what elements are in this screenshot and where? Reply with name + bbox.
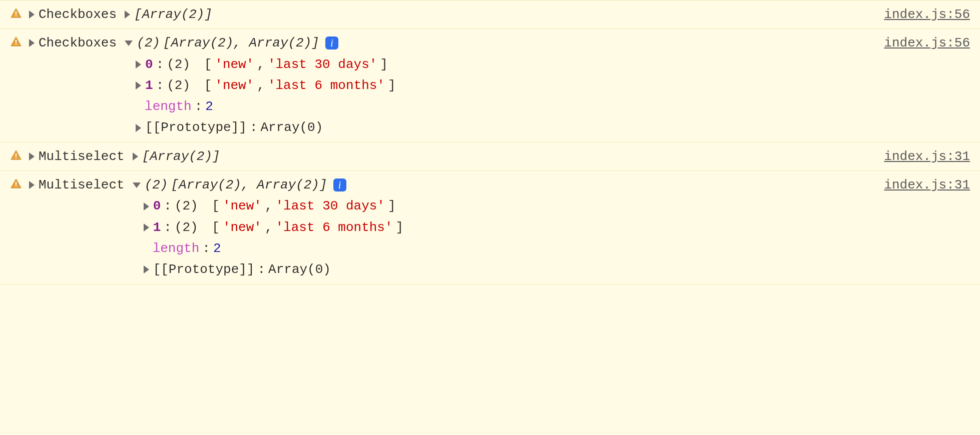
array-count: (2) xyxy=(145,175,168,195)
svg-rect-1 xyxy=(16,16,17,16)
value-block: [Array(2)] xyxy=(133,146,220,166)
warning-icon xyxy=(10,8,22,20)
item-count: (2) xyxy=(167,54,190,74)
length-value: 2 xyxy=(213,238,221,258)
chevron-right-icon[interactable] xyxy=(136,124,141,132)
length-property: length: 2 xyxy=(144,238,404,258)
svg-rect-2 xyxy=(16,40,17,43)
message-body: Checkboxes [Array(2)] xyxy=(29,4,857,24)
colon: : xyxy=(195,96,203,116)
bracket-open: [ xyxy=(212,218,220,238)
object-header[interactable]: (2) [Array(2), Array(2)] i xyxy=(133,175,346,195)
message-body: Multiselect [Array(2)] xyxy=(29,146,857,166)
label-text: Multiselect xyxy=(39,175,125,195)
chevron-right-icon[interactable] xyxy=(136,60,141,68)
string-value: 'new' xyxy=(223,218,262,238)
prototype-property[interactable]: [[Prototype]]: Array(0) xyxy=(144,260,404,280)
object-label[interactable]: Multiselect xyxy=(29,175,125,195)
bracket-close: ] xyxy=(396,218,404,238)
prototype-property[interactable]: [[Prototype]]: Array(0) xyxy=(136,118,396,138)
string-value: 'new' xyxy=(223,196,262,216)
label-text: Checkboxes xyxy=(39,4,117,24)
object-header[interactable]: (2) [Array(2), Array(2)] i xyxy=(125,33,338,53)
array-item[interactable]: 0: (2) ['new', 'last 30 days'] xyxy=(144,196,404,216)
array-preview: [Array(2), Array(2)] xyxy=(171,175,327,195)
prototype-key: [[Prototype]] xyxy=(145,118,247,138)
chevron-right-icon[interactable] xyxy=(125,10,130,18)
source-link[interactable]: index.js:56 xyxy=(864,4,970,24)
object-header[interactable]: [Array(2)] xyxy=(133,146,220,166)
length-property: length: 2 xyxy=(136,96,396,116)
info-icon[interactable]: i xyxy=(333,178,346,192)
bracket-close: ] xyxy=(388,196,396,216)
chevron-right-icon[interactable] xyxy=(29,10,35,18)
value-block: (2) [Array(2), Array(2)] i 0: (2) ['new'… xyxy=(125,33,396,138)
string-value: 'new' xyxy=(215,76,254,96)
item-index: 0 xyxy=(145,54,153,74)
array-preview: [Array(2)] xyxy=(142,146,220,166)
console-warning-row: Multiselect [Array(2)] index.js:31 xyxy=(0,142,980,171)
chevron-down-icon[interactable] xyxy=(133,182,141,188)
chevron-right-icon[interactable] xyxy=(144,224,149,232)
item-count: (2) xyxy=(167,76,190,96)
string-value: 'last 30 days' xyxy=(276,196,385,216)
array-item[interactable]: 0: (2) ['new', 'last 30 days'] xyxy=(136,54,396,74)
array-item[interactable]: 1: (2) ['new', 'last 6 months'] xyxy=(144,218,404,238)
separator: , xyxy=(257,54,265,74)
prototype-value: Array(0) xyxy=(260,118,323,138)
colon: : xyxy=(257,260,265,280)
colon: : xyxy=(250,118,258,138)
svg-rect-3 xyxy=(16,44,17,45)
object-label[interactable]: Multiselect xyxy=(29,146,125,166)
message-body: Multiselect (2) [Array(2), Array(2)] i 0… xyxy=(29,175,857,280)
warning-icon xyxy=(10,150,22,162)
item-index: 1 xyxy=(153,218,161,238)
colon: : xyxy=(156,54,164,74)
label-text: Multiselect xyxy=(39,146,125,166)
chevron-right-icon[interactable] xyxy=(144,266,149,274)
chevron-right-icon[interactable] xyxy=(144,202,149,210)
info-icon[interactable]: i xyxy=(325,36,338,50)
svg-rect-5 xyxy=(16,157,17,158)
label-text: Checkboxes xyxy=(39,33,117,53)
svg-rect-7 xyxy=(16,186,17,187)
console-warning-row: Checkboxes [Array(2)] index.js:56 xyxy=(0,0,980,29)
array-item[interactable]: 1: (2) ['new', 'last 6 months'] xyxy=(136,76,396,96)
source-link[interactable]: index.js:31 xyxy=(864,175,970,195)
chevron-right-icon[interactable] xyxy=(133,152,138,160)
item-count: (2) xyxy=(175,218,198,238)
chevron-right-icon[interactable] xyxy=(29,39,35,47)
bracket-close: ] xyxy=(388,76,396,96)
chevron-right-icon[interactable] xyxy=(29,152,35,160)
console-warning-row: Multiselect (2) [Array(2), Array(2)] i 0… xyxy=(0,171,980,284)
object-children: 0: (2) ['new', 'last 30 days'] 1: (2) ['… xyxy=(133,196,404,280)
item-index: 1 xyxy=(145,76,153,96)
object-header[interactable]: [Array(2)] xyxy=(125,4,212,24)
source-link[interactable]: index.js:56 xyxy=(864,33,970,53)
object-label[interactable]: Checkboxes xyxy=(29,33,117,53)
string-value: 'last 30 days' xyxy=(268,54,377,74)
array-preview: [Array(2), Array(2)] xyxy=(163,33,319,53)
bracket-close: ] xyxy=(380,54,388,74)
console-warning-row: Checkboxes (2) [Array(2), Array(2)] i 0:… xyxy=(0,29,980,142)
array-count: (2) xyxy=(137,33,160,53)
chevron-down-icon[interactable] xyxy=(125,40,133,46)
object-children: 0: (2) ['new', 'last 30 days'] 1: (2) ['… xyxy=(125,54,396,138)
svg-rect-4 xyxy=(16,154,17,156)
chevron-right-icon[interactable] xyxy=(136,82,141,90)
value-block: (2) [Array(2), Array(2)] i 0: (2) ['new'… xyxy=(133,175,404,280)
source-link[interactable]: index.js:31 xyxy=(864,146,970,166)
prototype-key: [[Prototype]] xyxy=(153,260,255,280)
bracket-open: [ xyxy=(212,196,220,216)
object-label[interactable]: Checkboxes xyxy=(29,4,117,24)
prototype-value: Array(0) xyxy=(268,260,331,280)
colon: : xyxy=(164,218,172,238)
chevron-right-icon[interactable] xyxy=(29,181,35,189)
item-count: (2) xyxy=(175,196,198,216)
separator: , xyxy=(265,218,273,238)
string-value: 'new' xyxy=(215,54,254,74)
string-value: 'last 6 months' xyxy=(276,218,393,238)
svg-rect-0 xyxy=(16,12,17,14)
warning-icon xyxy=(10,36,22,48)
colon: : xyxy=(202,238,210,258)
